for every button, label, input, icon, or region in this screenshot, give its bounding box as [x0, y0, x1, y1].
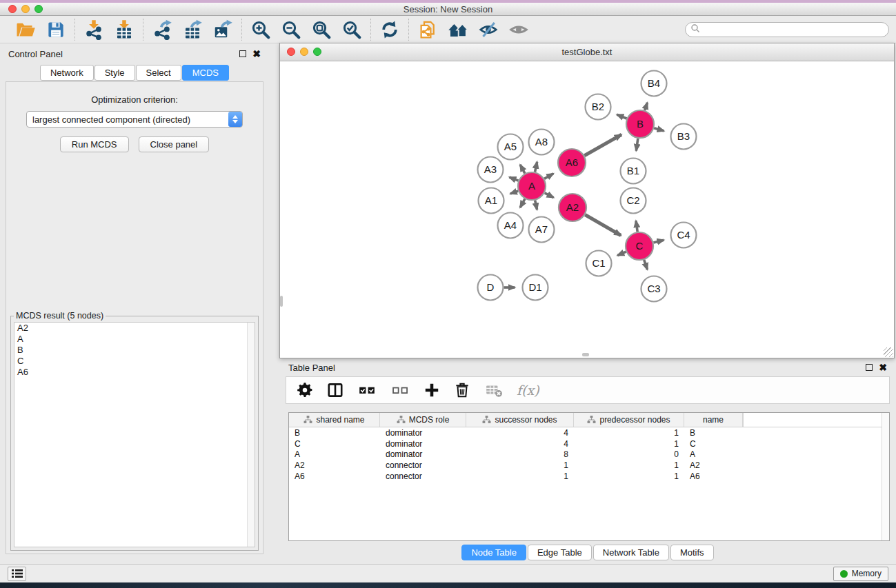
search-field[interactable]: [685, 22, 889, 37]
mcds-result-item[interactable]: A6: [14, 367, 255, 378]
network-minimize-icon[interactable]: [300, 48, 308, 56]
import-network-icon[interactable]: [81, 18, 107, 41]
open-session-icon[interactable]: [415, 18, 441, 41]
cell-MCDS-role[interactable]: dominator: [380, 428, 466, 438]
table-row[interactable]: A6connector11A6: [289, 471, 889, 482]
node-A7[interactable]: A7: [529, 217, 555, 243]
settings-gear-icon[interactable]: [296, 381, 314, 399]
column-header-name[interactable]: name: [684, 413, 743, 427]
cell-name[interactable]: B: [684, 428, 743, 438]
node-A8[interactable]: A8: [529, 130, 555, 155]
edge-A-A3[interactable]: [509, 177, 518, 181]
delete-column-icon[interactable]: [453, 381, 471, 399]
cell-name[interactable]: A6: [684, 472, 743, 481]
close-window-icon[interactable]: [8, 5, 17, 13]
canvas-hscroll-thumb[interactable]: [582, 353, 589, 356]
select-all-icon[interactable]: [357, 381, 377, 399]
refresh-icon[interactable]: [377, 18, 403, 41]
edge-A-A1[interactable]: [510, 191, 518, 194]
cell-MCDS-role[interactable]: connector: [380, 472, 466, 481]
tab-select[interactable]: Select: [136, 65, 181, 81]
minimize-window-icon[interactable]: [21, 5, 30, 13]
cell-successor-nodes[interactable]: 1: [466, 460, 574, 470]
edge-B-B3[interactable]: [654, 128, 664, 131]
node-B1[interactable]: B1: [621, 159, 646, 184]
export-image-icon[interactable]: [210, 18, 236, 41]
export-table-icon[interactable]: [179, 18, 206, 41]
table-row[interactable]: Adominator80A: [289, 449, 889, 460]
tab-edge-table[interactable]: Edge Table: [528, 545, 592, 560]
table-row[interactable]: A2connector11A2: [289, 460, 889, 471]
edge-C-C2[interactable]: [636, 221, 637, 232]
close-table-panel-icon[interactable]: ✖: [879, 364, 887, 371]
cell-name[interactable]: A2: [684, 460, 743, 470]
cell-predecessor-nodes[interactable]: 1: [574, 428, 684, 438]
edge-B-B2[interactable]: [617, 114, 626, 119]
edge-C-C1[interactable]: [617, 252, 626, 255]
node-D[interactable]: D: [478, 275, 504, 301]
column-header-MCDS-role[interactable]: MCDS role: [380, 413, 466, 427]
node-A1[interactable]: A1: [479, 188, 504, 214]
network-window-titlebar[interactable]: testGlobe.txt: [280, 43, 894, 61]
table-row[interactable]: Cdominator41C: [289, 438, 889, 449]
cell-shared-name[interactable]: A6: [289, 472, 380, 481]
node-B3[interactable]: B3: [671, 124, 697, 150]
table-row[interactable]: Bdominator41B: [289, 427, 889, 438]
node-C3[interactable]: C3: [641, 276, 667, 302]
node-C2[interactable]: C2: [621, 188, 646, 214]
zoom-fit-icon[interactable]: [308, 18, 335, 41]
save-icon[interactable]: [43, 18, 69, 41]
tab-style[interactable]: Style: [94, 65, 135, 81]
float-panel-icon[interactable]: [239, 50, 246, 57]
node-A[interactable]: A: [518, 172, 546, 200]
tab-network[interactable]: Network: [40, 65, 94, 81]
cell-MCDS-role[interactable]: connector: [380, 460, 466, 470]
mcds-result-item[interactable]: B: [14, 345, 255, 356]
show-graphics-icon[interactable]: [506, 18, 532, 41]
edge-A-A7[interactable]: [535, 201, 537, 210]
zoom-window-icon[interactable]: [34, 5, 43, 13]
float-table-panel-icon[interactable]: [866, 364, 873, 371]
cell-shared-name[interactable]: B: [289, 428, 380, 438]
zoom-in-icon[interactable]: [248, 18, 274, 41]
edge-B-B4[interactable]: [645, 103, 648, 110]
node-A2[interactable]: A2: [559, 194, 586, 221]
edge-A-A5[interactable]: [520, 165, 525, 174]
cell-MCDS-role[interactable]: dominator: [380, 439, 466, 449]
node-B4[interactable]: B4: [641, 71, 667, 97]
network-close-icon[interactable]: [287, 48, 295, 56]
node-C1[interactable]: C1: [586, 251, 612, 276]
node-A4[interactable]: A4: [498, 213, 524, 239]
cell-successor-nodes[interactable]: 4: [466, 428, 574, 438]
hide-graphics-icon[interactable]: [475, 18, 501, 41]
cell-successor-nodes[interactable]: 1: [466, 472, 574, 481]
result-scrollbar[interactable]: [247, 323, 255, 547]
tab-network-table[interactable]: Network Table: [593, 545, 669, 560]
cell-predecessor-nodes[interactable]: 1: [574, 460, 684, 470]
node-B2[interactable]: B2: [586, 94, 611, 120]
table-scrollbar[interactable]: [882, 413, 889, 540]
columns-icon[interactable]: [326, 381, 344, 399]
edge-C-C3[interactable]: [644, 260, 648, 270]
cell-successor-nodes[interactable]: 8: [466, 449, 574, 459]
delete-table-icon[interactable]: [484, 381, 504, 399]
edge-A2-C[interactable]: [585, 215, 621, 236]
edge-B-B1[interactable]: [636, 139, 638, 151]
open-folder-icon[interactable]: [12, 18, 39, 41]
tab-mcds[interactable]: MCDS: [182, 65, 229, 81]
edge-A-A4[interactable]: [520, 199, 525, 207]
edge-A-A2[interactable]: [545, 193, 554, 198]
mcds-result-item[interactable]: C: [14, 356, 255, 367]
tab-node-table[interactable]: Node Table: [461, 545, 526, 560]
node-A5[interactable]: A5: [498, 134, 524, 160]
cell-predecessor-nodes[interactable]: 1: [574, 472, 684, 481]
cell-shared-name[interactable]: A2: [289, 460, 380, 470]
column-header-shared-name[interactable]: shared name: [289, 413, 380, 427]
mcds-result-item[interactable]: A: [14, 334, 255, 345]
add-column-icon[interactable]: [423, 381, 441, 399]
cell-predecessor-nodes[interactable]: 0: [574, 449, 684, 459]
column-header-successor-nodes[interactable]: successor nodes: [466, 413, 574, 427]
memory-button[interactable]: Memory: [833, 567, 888, 581]
node-C4[interactable]: C4: [671, 223, 697, 248]
tab-motifs[interactable]: Motifs: [670, 545, 714, 560]
